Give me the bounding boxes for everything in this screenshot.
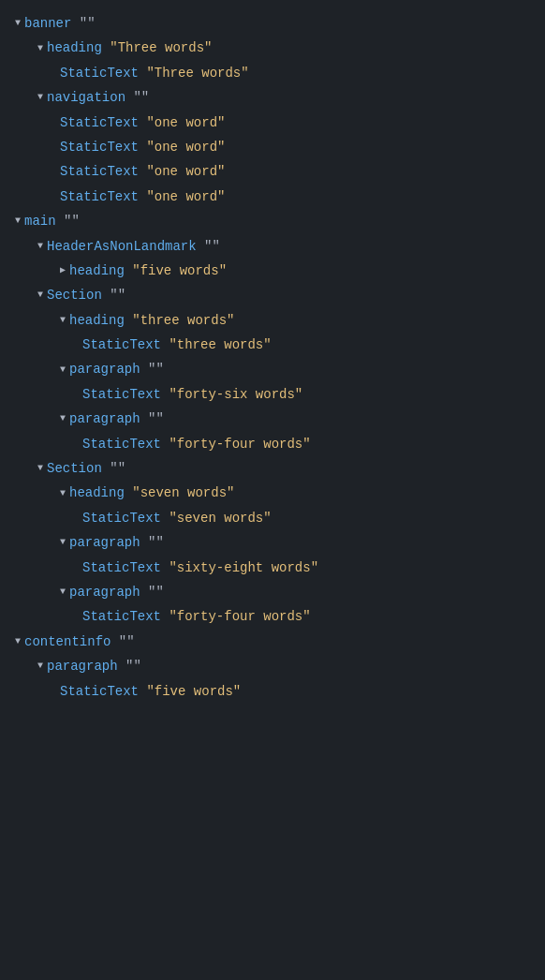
paragraph-five-row: ▼ paragraph "" (7, 654, 538, 678)
static-text-46-value: "forty-six words" (161, 384, 302, 405)
node-type-statictext: StaticText (60, 681, 139, 702)
node-type-statictext: StaticText (82, 334, 161, 355)
collapse-arrow[interactable]: ▼ (60, 313, 66, 328)
banner-node: ▼ banner "" ▼ heading "Three words" Stat… (7, 11, 538, 209)
node-type-statictext: StaticText (60, 186, 139, 207)
section-second-node: ▼ Section "" ▼ heading "seven words" Sta… (7, 456, 538, 630)
paragraph-five-node: ▼ paragraph "" StaticText "five words" (7, 654, 538, 704)
section-first-node: ▼ Section "" ▼ heading "three words" Sta… (7, 283, 538, 456)
node-type-statictext: StaticText (82, 557, 161, 578)
static-text-44-first-value: "forty-four words" (161, 434, 311, 454)
collapse-arrow[interactable]: ▼ (37, 90, 43, 105)
node-type-section-first: Section (47, 285, 102, 305)
node-type-navigation: navigation (47, 87, 125, 108)
static-text-68-row: StaticText "sixty-eight words" (7, 556, 538, 580)
heading-three-words-row: ▼ heading "Three words" (7, 36, 538, 60)
node-type-statictext: StaticText (60, 63, 139, 83)
node-type-paragraph: paragraph (47, 656, 118, 676)
node-type-contentinfo: contentinfo (24, 631, 110, 652)
collapse-arrow[interactable]: ▼ (37, 288, 43, 303)
navigation-row: ▼ navigation "" (7, 85, 538, 110)
header-nonlandmark-empty-string: "" (197, 236, 220, 257)
heading-seven-words-value: "seven words" (125, 483, 235, 503)
collapse-arrow[interactable]: ▼ (60, 486, 66, 501)
paragraph-46-node: ▼ paragraph "" StaticText "forty-six wor… (7, 357, 538, 407)
paragraph-44-second-row: ▼ paragraph "" (7, 580, 538, 604)
section-first-row: ▼ Section "" (7, 283, 538, 307)
collapse-arrow[interactable]: ▼ (60, 585, 66, 600)
collapse-arrow[interactable]: ▼ (37, 659, 43, 674)
paragraph-44-second-node: ▼ paragraph "" StaticText "forty-four wo… (7, 580, 538, 630)
node-type-statictext: StaticText (82, 434, 161, 454)
node-type-header-nonlandmark: HeaderAsNonLandmark (47, 236, 197, 257)
paragraph-68-node: ▼ paragraph "" StaticText "sixty-eight w… (7, 530, 538, 580)
heading-five-words-row: ▶ heading "five words" (7, 259, 538, 283)
node-type-paragraph: paragraph (69, 582, 140, 602)
collapse-arrow[interactable]: ▼ (15, 16, 21, 31)
static-text-46-row: StaticText "forty-six words" (7, 382, 538, 407)
expand-arrow[interactable]: ▶ (60, 263, 66, 278)
node-type-heading: heading (69, 310, 125, 331)
heading-three-words-section-value: "three words" (125, 310, 235, 331)
static-text-44-second-value: "forty-four words" (161, 606, 311, 627)
section-second-row: ▼ Section "" (7, 456, 538, 481)
collapse-arrow[interactable]: ▼ (60, 411, 66, 426)
paragraph-46-empty-string: "" (140, 359, 164, 379)
accessibility-tree: ▼ banner "" ▼ heading "Three words" Stat… (0, 7, 545, 707)
heading-five-words-value: "five words" (125, 260, 227, 281)
node-type-statictext: StaticText (60, 161, 139, 182)
static-text-five-words-value: "five words" (139, 681, 241, 702)
banner-row: ▼ banner "" (7, 11, 538, 36)
main-empty-string: "" (56, 211, 80, 231)
navigation-empty-string: "" (125, 87, 149, 108)
node-type-section-second: Section (47, 458, 102, 479)
node-type-main: main (24, 211, 56, 231)
header-non-landmark-row: ▼ HeaderAsNonLandmark "" (7, 234, 538, 259)
node-type-heading: heading (69, 260, 125, 281)
heading-seven-words-node: ▼ heading "seven words" StaticText "seve… (7, 481, 538, 530)
node-type-statictext: StaticText (82, 384, 161, 405)
banner-empty-string: "" (71, 13, 95, 34)
heading-three-words-node: ▼ heading "Three words" StaticText "Thre… (7, 36, 538, 85)
node-type-paragraph: paragraph (69, 532, 140, 553)
collapse-arrow[interactable]: ▼ (37, 41, 43, 56)
collapse-arrow[interactable]: ▼ (37, 239, 43, 254)
nav-static-2-value: "one word" (139, 137, 225, 157)
contentinfo-row: ▼ contentinfo "" (7, 630, 538, 654)
collapse-arrow[interactable]: ▼ (15, 214, 21, 229)
nav-static-1-value: "one word" (139, 112, 225, 133)
paragraph-46-row: ▼ paragraph "" (7, 357, 538, 381)
collapse-arrow[interactable]: ▼ (60, 535, 66, 550)
contentinfo-empty-string: "" (110, 631, 134, 652)
node-type-heading: heading (47, 37, 102, 58)
node-type-heading: heading (69, 483, 125, 503)
heading-three-words-value: "Three words" (102, 37, 213, 58)
main-row: ▼ main "" (7, 209, 538, 233)
collapse-arrow[interactable]: ▼ (37, 461, 43, 476)
nav-static-4-row: StaticText "one word" (7, 185, 538, 209)
section-first-empty-string: "" (102, 285, 125, 305)
paragraph-five-empty-string: "" (118, 656, 141, 676)
paragraph-44-second-empty-string: "" (140, 582, 164, 602)
node-type-statictext: StaticText (82, 606, 161, 627)
static-text-three-words-value: "Three words" (139, 63, 249, 83)
collapse-arrow[interactable]: ▼ (15, 634, 21, 649)
static-text-68-value: "sixty-eight words" (161, 557, 318, 578)
navigation-node: ▼ navigation "" StaticText "one word" St… (7, 85, 538, 209)
nav-static-1-row: StaticText "one word" (7, 111, 538, 135)
static-text-seven-words-value: "seven words" (161, 508, 272, 528)
static-text-44-first-row: StaticText "forty-four words" (7, 432, 538, 456)
paragraph-44-first-node: ▼ paragraph "" StaticText "forty-four wo… (7, 407, 538, 456)
node-type-statictext: StaticText (82, 508, 161, 528)
collapse-arrow[interactable]: ▼ (60, 363, 66, 378)
header-non-landmark-node: ▼ HeaderAsNonLandmark "" ▶ heading "five… (7, 234, 538, 284)
static-text-three-words-row: StaticText "Three words" (7, 61, 538, 85)
static-text-seven-words-row: StaticText "seven words" (7, 506, 538, 530)
heading-three-words-section-node: ▼ heading "three words" StaticText "thre… (7, 308, 538, 358)
heading-seven-words-row: ▼ heading "seven words" (7, 481, 538, 505)
node-type-statictext: StaticText (60, 112, 139, 133)
node-type-paragraph: paragraph (69, 359, 140, 379)
nav-static-4-value: "one word" (139, 186, 225, 207)
paragraph-44-first-row: ▼ paragraph "" (7, 407, 538, 431)
nav-static-3-row: StaticText "one word" (7, 159, 538, 184)
